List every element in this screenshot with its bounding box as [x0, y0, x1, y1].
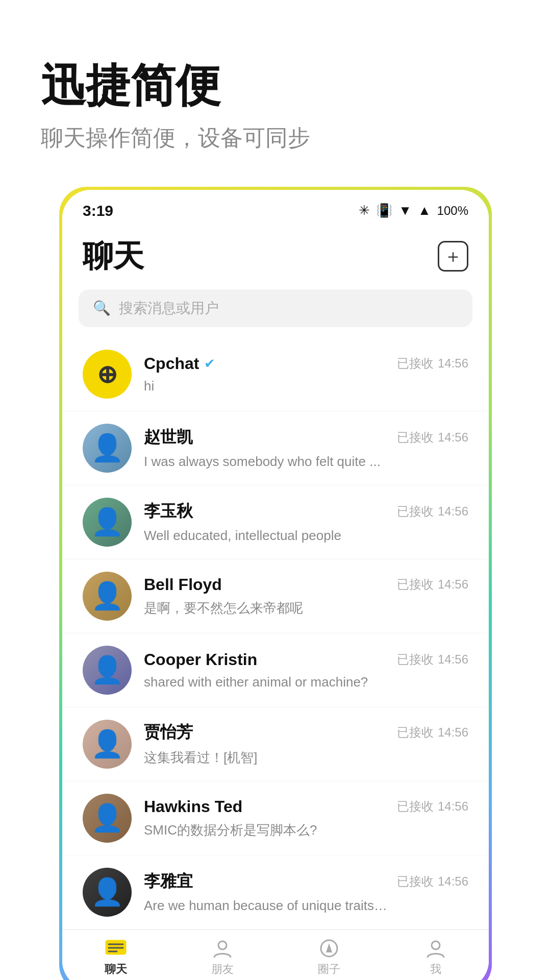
- nav-item-circle[interactable]: 圈子: [276, 938, 382, 977]
- battery-level: 100%: [437, 204, 468, 218]
- chat-name-row-li: 李玉秋: [144, 500, 193, 523]
- chat-meta-zhao: 已接收 14:56: [397, 429, 468, 446]
- chat-item-hawkins[interactable]: 👤 Hawkins Ted 已接收 14:56 SMIC的数据分析是写脚本么?: [62, 781, 489, 855]
- chat-status-liya: 已接收: [397, 873, 434, 890]
- chat-content-liya: 李雅宜 已接收 14:56 Are we human because of un…: [144, 870, 468, 914]
- chat-top-row-jia: 贾怡芳 已接收 14:56: [144, 721, 468, 744]
- chat-top-row-li: 李玉秋 已接收 14:56: [144, 500, 468, 523]
- chat-meta-li: 已接收 14:56: [397, 503, 468, 520]
- chat-item-zhao[interactable]: 👤 赵世凯 已接收 14:56 I was always somebody wh…: [62, 411, 489, 485]
- avatar-hawkins: 👤: [83, 794, 132, 843]
- page-header: 迅捷简便 聊天操作简便，设备可同步: [0, 0, 551, 184]
- chat-top-row-bell: Bell Floyd 已接收 14:56: [144, 575, 468, 594]
- chat-content-zhao: 赵世凯 已接收 14:56 I was always somebody who …: [144, 426, 468, 470]
- chat-item-li[interactable]: 👤 李玉秋 已接收 14:56 Well educated, intellect…: [62, 485, 489, 559]
- nav-item-chat[interactable]: 聊天: [62, 938, 169, 977]
- chat-preview-jia: 这集我看过！[机智]: [144, 749, 389, 767]
- chat-name-bell: Bell Floyd: [144, 575, 222, 594]
- chat-status: 已接收: [397, 355, 434, 372]
- battery-icon: 100%: [437, 204, 468, 218]
- nav-label-friends: 朋友: [211, 962, 234, 977]
- app-title: 聊天: [83, 236, 144, 277]
- chat-status-jia: 已接收: [397, 724, 434, 741]
- chat-top-row-zhao: 赵世凯 已接收 14:56: [144, 426, 468, 449]
- add-chat-button[interactable]: ＋: [438, 241, 468, 272]
- chat-top-row-hawkins: Hawkins Ted 已接收 14:56: [144, 797, 468, 816]
- search-icon: 🔍: [93, 300, 111, 316]
- chat-item-cooper[interactable]: 👤 Cooper Kristin 已接收 14:56 shared with e…: [62, 633, 489, 707]
- chat-name-li: 李玉秋: [144, 500, 193, 523]
- status-bar: 3:19 ✳ 📳 ▼ ▲ 100%: [62, 190, 489, 226]
- chat-status-hawkins: 已接收: [397, 798, 434, 815]
- chat-name-cooper: Cooper Kristin: [144, 650, 257, 669]
- chat-status-cooper: 已接收: [397, 651, 434, 668]
- bluetooth-icon: ✳: [359, 203, 370, 218]
- circle-nav-icon: [316, 938, 342, 959]
- chat-content-hawkins: Hawkins Ted 已接收 14:56 SMIC的数据分析是写脚本么?: [144, 797, 468, 839]
- chat-meta-liya: 已接收 14:56: [397, 873, 468, 890]
- person-silhouette-hawkins: 👤: [83, 794, 132, 843]
- chat-time-bell: 14:56: [438, 577, 468, 592]
- person-silhouette-cooper: 👤: [83, 646, 132, 695]
- chat-content-jia: 贾怡芳 已接收 14:56 这集我看过！[机智]: [144, 721, 468, 767]
- hero-title: 迅捷简便: [41, 61, 510, 111]
- chat-item-bell[interactable]: 👤 Bell Floyd 已接收 14:56 是啊，要不然怎么来帝都呢: [62, 559, 489, 633]
- hero-subtitle: 聊天操作简便，设备可同步: [41, 123, 510, 153]
- wifi-icon: ▼: [398, 203, 412, 218]
- svg-marker-6: [326, 943, 332, 952]
- chat-preview-liya: Are we human because of unique traits an…: [144, 898, 389, 914]
- chat-top-row-cooper: Cooper Kristin 已接收 14:56: [144, 650, 468, 669]
- chat-time: 14:56: [438, 356, 468, 371]
- nav-item-friends[interactable]: 朋友: [169, 938, 276, 977]
- person-silhouette-zhao: 👤: [83, 424, 132, 473]
- chat-name-row-hawkins: Hawkins Ted: [144, 797, 242, 816]
- me-nav-icon: [422, 938, 449, 959]
- chat-top-row-liya: 李雅宜 已接收 14:56: [144, 870, 468, 893]
- phone-frame: 3:19 ✳ 📳 ▼ ▲ 100% 聊天 ＋ 🔍 搜索消息或用户: [56, 184, 495, 980]
- chat-preview-cooper: shared with either animal or machine?: [144, 674, 389, 690]
- chat-status-li: 已接收: [397, 503, 434, 520]
- avatar-zhao: 👤: [83, 424, 132, 473]
- chat-name-row-bell: Bell Floyd: [144, 575, 222, 594]
- chat-preview: hi: [144, 378, 389, 394]
- chat-name-jia: 贾怡芳: [144, 721, 193, 744]
- status-time: 3:19: [83, 202, 113, 219]
- chat-time-liya: 14:56: [438, 874, 468, 889]
- bottom-nav: 聊天 朋友 圈子: [62, 929, 489, 980]
- chat-time-zhao: 14:56: [438, 430, 468, 445]
- chat-preview-li: Well educated, intellectual people: [144, 528, 389, 544]
- nav-item-me[interactable]: 我: [382, 938, 489, 977]
- chat-status-zhao: 已接收: [397, 429, 434, 446]
- chat-item-cpchat[interactable]: ⊕ Cpchat ✔ 已接收 14:56 hi: [62, 337, 489, 411]
- nav-label-chat: 聊天: [105, 962, 127, 977]
- friends-nav-icon: [209, 938, 236, 959]
- chat-name-hawkins: Hawkins Ted: [144, 797, 242, 816]
- chat-name-liya: 李雅宜: [144, 870, 193, 893]
- person-silhouette-bell: 👤: [83, 572, 132, 621]
- chat-time-cooper: 14:56: [438, 652, 468, 667]
- person-silhouette-liya: 👤: [83, 868, 132, 917]
- add-icon: ＋: [444, 244, 462, 269]
- chat-content-cooper: Cooper Kristin 已接收 14:56 shared with eit…: [144, 650, 468, 690]
- person-silhouette-jia: 👤: [83, 720, 132, 769]
- search-bar[interactable]: 🔍 搜索消息或用户: [79, 289, 472, 327]
- chat-name-row-cooper: Cooper Kristin: [144, 650, 257, 669]
- verified-badge: ✔: [204, 356, 215, 372]
- chat-preview-zhao: I was always somebody who felt quite ...: [144, 454, 389, 470]
- chat-name-row-zhao: 赵世凯: [144, 426, 193, 449]
- cpchat-logo-icon: ⊕: [97, 360, 117, 388]
- chat-time-hawkins: 14:56: [438, 799, 468, 814]
- avatar-bell: 👤: [83, 572, 132, 621]
- person-silhouette-li: 👤: [83, 498, 132, 547]
- avatar-cooper: 👤: [83, 646, 132, 695]
- chat-name: Cpchat: [144, 354, 199, 373]
- chat-meta-jia: 已接收 14:56: [397, 724, 468, 741]
- svg-point-7: [432, 941, 440, 949]
- status-icons: ✳ 📳 ▼ ▲ 100%: [359, 203, 468, 218]
- search-placeholder-text: 搜索消息或用户: [119, 299, 219, 318]
- chat-meta-cooper: 已接收 14:56: [397, 651, 468, 668]
- chat-item-liya[interactable]: 👤 李雅宜 已接收 14:56 Are we human because of …: [62, 855, 489, 929]
- signal-icon: ▲: [418, 203, 431, 218]
- chat-item-jia[interactable]: 👤 贾怡芳 已接收 14:56 这集我看过！[机智]: [62, 707, 489, 781]
- chat-top-row: Cpchat ✔ 已接收 14:56: [144, 354, 468, 373]
